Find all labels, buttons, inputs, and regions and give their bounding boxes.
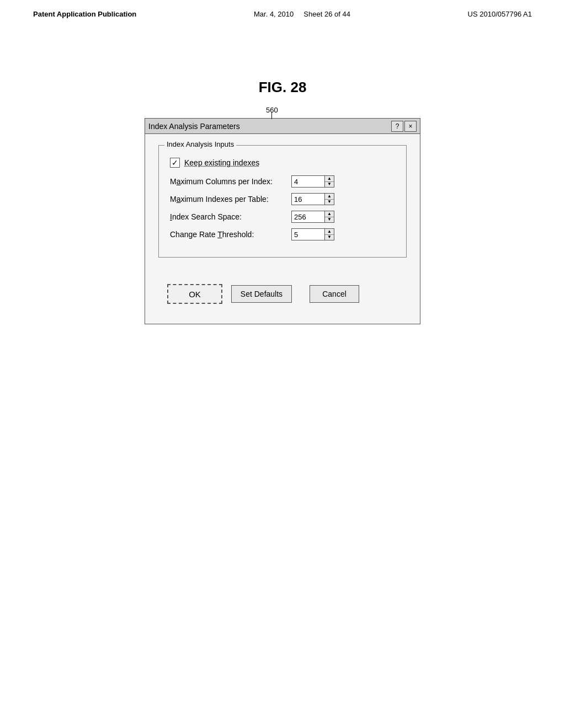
change-rate-threshold-label: Change Rate Threshold: <box>170 230 291 239</box>
index-analysis-dialog: Index Analysis Parameters ? × Index Anal… <box>145 118 420 324</box>
max-indexes-arrows: ▲ ▼ <box>324 193 334 205</box>
max-columns-down[interactable]: ▼ <box>325 182 334 188</box>
header-sheet: Sheet 26 of 44 <box>303 10 350 18</box>
max-indexes-label: Maximum Indexes per Table: <box>170 195 291 204</box>
keep-indexes-label: Keep existing indexes <box>184 158 259 167</box>
max-columns-spinner: ▲ ▼ <box>291 175 334 188</box>
close-button[interactable]: × <box>404 121 417 132</box>
header-publication: Patent Application Publication <box>33 10 136 18</box>
change-rate-threshold-down[interactable]: ▼ <box>325 235 334 240</box>
change-rate-threshold-arrows: ▲ ▼ <box>324 228 334 240</box>
max-indexes-input[interactable] <box>291 193 324 205</box>
change-rate-threshold-spinner: ▲ ▼ <box>291 228 334 240</box>
max-columns-up[interactable]: ▲ <box>325 176 334 182</box>
change-rate-threshold-row: Change Rate Threshold: ▲ ▼ <box>170 228 395 240</box>
header-date-sheet: Mar. 4, 2010 Sheet 26 of 44 <box>254 10 350 18</box>
keep-existing-indexes-row: ✓ Keep existing indexes <box>170 158 395 168</box>
max-indexes-up[interactable]: ▲ <box>325 194 334 200</box>
header-date: Mar. 4, 2010 <box>254 10 294 18</box>
index-search-space-label: Index Search Space: <box>170 212 291 221</box>
dialog-outer: 560 Index Analysis Parameters ? × Index … <box>145 118 420 324</box>
ok-button[interactable]: OK <box>167 284 222 304</box>
max-indexes-down[interactable]: ▼ <box>325 200 334 205</box>
header-patent-number: US 2010/057796 A1 <box>468 10 532 18</box>
change-rate-threshold-up[interactable]: ▲ <box>325 229 334 235</box>
group-box-legend: Index Analysis Inputs <box>164 140 236 148</box>
dialog-title: Index Analysis Parameters <box>148 122 240 131</box>
button-row: OK Set Defaults Cancel <box>158 280 407 313</box>
titlebar-buttons: ? × <box>391 121 417 132</box>
checkbox-check: ✓ <box>172 158 178 167</box>
max-indexes-spinner: ▲ ▼ <box>291 193 334 205</box>
reference-line <box>271 113 272 119</box>
index-analysis-inputs-group: Index Analysis Inputs ✓ Keep existing in… <box>158 145 407 258</box>
keep-indexes-checkbox[interactable]: ✓ <box>170 158 180 168</box>
max-columns-row: Maximum Columns per Index: ▲ ▼ <box>170 175 395 188</box>
index-search-space-row: Index Search Space: ▲ ▼ <box>170 211 395 223</box>
dialog-body: Index Analysis Inputs ✓ Keep existing in… <box>145 134 420 324</box>
index-search-space-down[interactable]: ▼ <box>325 217 334 223</box>
max-indexes-row: Maximum Indexes per Table: ▲ ▼ <box>170 193 395 205</box>
cancel-button[interactable]: Cancel <box>310 285 359 303</box>
max-columns-label: Maximum Columns per Index: <box>170 177 291 186</box>
dialog-titlebar: Index Analysis Parameters ? × <box>145 119 420 134</box>
index-search-space-input[interactable] <box>291 211 324 223</box>
index-search-space-up[interactable]: ▲ <box>325 211 334 217</box>
index-search-space-spinner: ▲ ▼ <box>291 211 334 223</box>
help-button[interactable]: ? <box>391 121 403 132</box>
page-header: Patent Application Publication Mar. 4, 2… <box>0 0 565 24</box>
max-columns-input[interactable] <box>291 175 324 188</box>
figure-label: FIG. 28 <box>0 79 565 96</box>
max-columns-arrows: ▲ ▼ <box>324 175 334 188</box>
dialog-wrapper: 560 Index Analysis Parameters ? × Index … <box>0 113 565 324</box>
index-search-space-arrows: ▲ ▼ <box>324 211 334 223</box>
change-rate-threshold-input[interactable] <box>291 228 324 240</box>
set-defaults-button[interactable]: Set Defaults <box>231 285 292 303</box>
